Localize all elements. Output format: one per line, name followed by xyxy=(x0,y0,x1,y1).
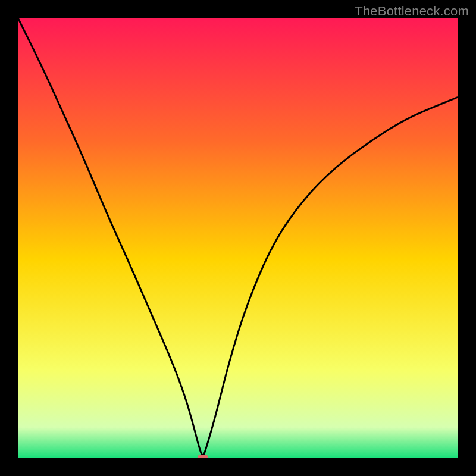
chart-svg xyxy=(18,18,458,458)
chart-frame: { "watermark": "TheBottleneck.com", "col… xyxy=(0,0,476,476)
optimum-marker xyxy=(198,455,208,458)
watermark: TheBottleneck.com xyxy=(355,4,469,19)
gradient-background xyxy=(18,18,458,458)
plot-area xyxy=(18,18,458,458)
